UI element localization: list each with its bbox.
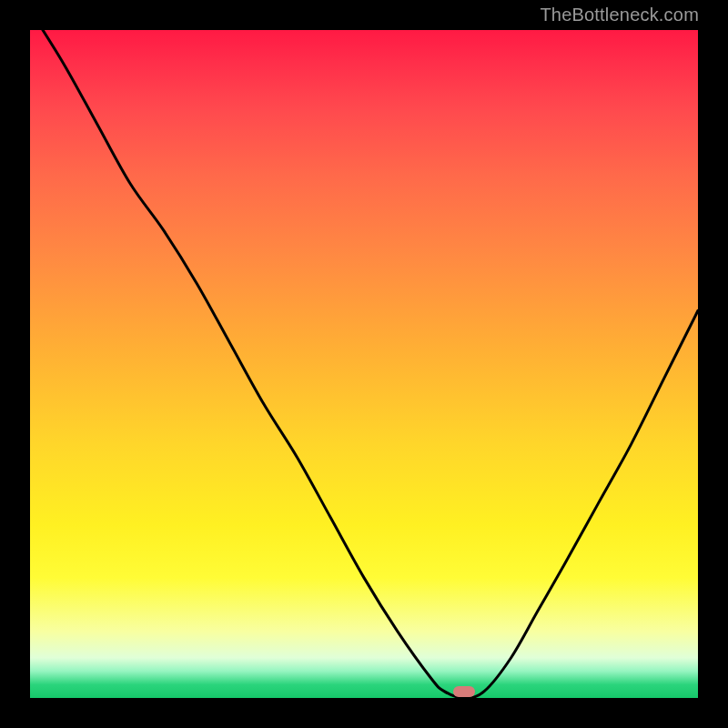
bottleneck-chart: TheBottleneck.com [0, 0, 728, 728]
plot-area [30, 30, 698, 698]
watermark-label: TheBottleneck.com [540, 5, 699, 25]
gradient-background [30, 30, 698, 698]
minimum-marker [453, 686, 475, 697]
